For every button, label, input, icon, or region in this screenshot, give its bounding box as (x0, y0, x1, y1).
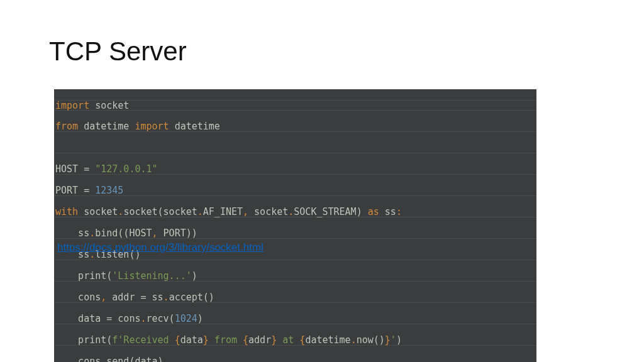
code-line: cons, addr = ss.accept() (54, 292, 536, 303)
code-block: import socket from datetime import datet… (54, 89, 536, 362)
slide: TCP Server import socket from datetime i… (0, 0, 644, 362)
code-line: ss.bind((HOST, PORT)) (54, 228, 536, 239)
code-line: from datetime import datetime (54, 121, 536, 132)
page-title: TCP Server (49, 36, 187, 67)
code-line: cons.send(data) (54, 356, 536, 362)
code-line: data = cons.recv(1024) (54, 314, 536, 324)
code-line: import socket (54, 100, 536, 111)
code-line (54, 143, 536, 153)
code-line: HOST = "127.0.0.1" (54, 164, 536, 175)
code-line: with socket.socket(socket.AF_INET, socke… (54, 207, 536, 217)
code-line: PORT = 12345 (54, 185, 536, 196)
code-line: print('Listening...') (54, 271, 536, 282)
code-line: print(f'Received {data} from {addr} at {… (54, 335, 536, 346)
docs-link[interactable]: https://docs.python.org/3/library/socket… (57, 241, 264, 254)
